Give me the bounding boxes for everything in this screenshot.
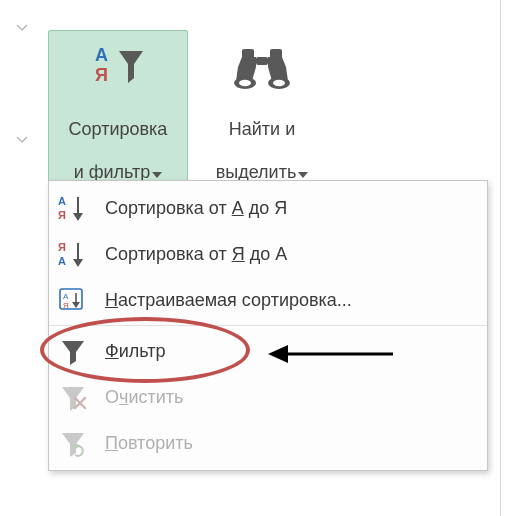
svg-marker-18 (73, 259, 83, 267)
chevron-down-icon (16, 24, 28, 32)
menu-item-clear: Очистить (49, 374, 487, 420)
svg-marker-14 (73, 213, 83, 221)
svg-text:Я: Я (58, 209, 66, 221)
menu-item-custom-sort[interactable]: А Я Настраиваемая сортировка... (49, 277, 487, 323)
filter-icon (55, 333, 91, 369)
row-headers (0, 0, 44, 168)
svg-text:Я: Я (58, 241, 66, 253)
menu-item-label: Фильтр (105, 341, 477, 362)
reapply-filter-icon (55, 425, 91, 461)
find-and-select-button[interactable]: Найти и выделить (192, 30, 332, 189)
menu-item-sort-az[interactable]: А Я Сортировка от А до Я (49, 185, 487, 231)
sort-filter-icon: А Я (89, 37, 147, 97)
menu-item-label: Очистить (105, 387, 477, 408)
find-and-select-label: Найти и выделить (216, 97, 309, 184)
sort-and-filter-label: Сортировка и фильтр (69, 97, 168, 184)
svg-text:Я: Я (95, 65, 108, 85)
menu-item-reapply: Повторить (49, 420, 487, 466)
svg-marker-26 (75, 443, 81, 449)
svg-text:А: А (58, 255, 66, 267)
binoculars-icon (234, 37, 290, 97)
chevron-down-icon (16, 136, 28, 144)
svg-marker-2 (152, 172, 162, 178)
svg-marker-10 (298, 172, 308, 178)
svg-text:А: А (58, 195, 66, 207)
menu-item-filter[interactable]: Фильтр (49, 328, 487, 374)
menu-item-sort-za[interactable]: Я А Сортировка от Я до А (49, 231, 487, 277)
svg-text:А: А (63, 292, 69, 301)
sort-and-filter-button[interactable]: А Я Сортировка и фильтр (48, 30, 188, 189)
sort-az-icon: А Я (55, 190, 91, 226)
menu-item-label: Повторить (105, 433, 477, 454)
svg-point-9 (273, 80, 285, 86)
menu-item-label: Сортировка от Я до А (105, 244, 477, 265)
grid-line (500, 0, 501, 516)
svg-point-8 (239, 80, 251, 86)
custom-sort-icon: А Я (55, 282, 91, 318)
menu-item-label: Сортировка от А до Я (105, 198, 477, 219)
svg-marker-23 (72, 302, 80, 308)
svg-rect-5 (256, 57, 268, 65)
clear-filter-icon (55, 379, 91, 415)
svg-text:Я: Я (63, 301, 69, 310)
sort-filter-menu: А Я Сортировка от А до Я Я А Сортировка … (48, 180, 488, 471)
sort-za-icon: Я А (55, 236, 91, 272)
menu-item-label: Настраиваемая сортировка... (105, 290, 477, 311)
svg-text:А: А (95, 45, 108, 65)
menu-separator (49, 325, 487, 326)
